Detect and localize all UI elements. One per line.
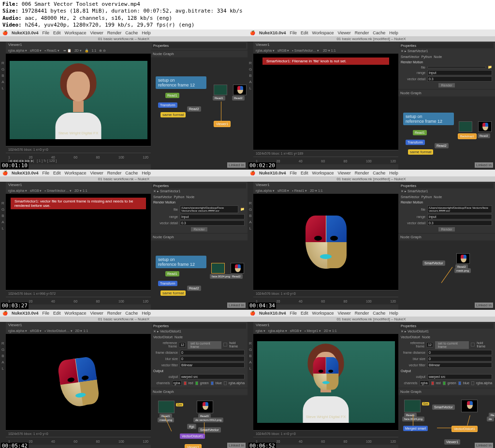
viewer-area[interactable]: SmartVector1: vector file for current fr…	[6, 194, 151, 290]
node-merge[interactable]: Merged smart	[403, 426, 428, 431]
mask-overlay	[313, 357, 339, 390]
node-sm-badge: Sm	[176, 403, 183, 406]
node-graph[interactable]: setup onreference frame 12 Read1 Transfo…	[151, 241, 248, 310]
render-button[interactable]: Render	[191, 227, 208, 231]
node-graph[interactable]: Sm Read1 face.0024.png SmartVector Re de…	[398, 396, 495, 448]
channel-sidebar[interactable]: RGBAL	[0, 42, 6, 170]
linkedin-badge: Linked in	[227, 162, 246, 168]
menubar[interactable]: 🍎NukeX10.0v4 FileEditWorkspaceViewerRend…	[248, 29, 495, 36]
node-vectordistort[interactable]: VectorDistort1	[180, 434, 205, 439]
viewer-controls[interactable]: rgba.alpha ▾ sRGB ▾ • SmartVector… ▾ 2D …	[253, 48, 398, 54]
viewer-info: 1024x576 bbox: 1 x=401 y=189	[253, 150, 398, 157]
node-graph[interactable]: setup onreference frame 12 Read1 Transfo…	[151, 58, 248, 170]
sticky-same-format: same format	[160, 112, 186, 117]
frame-2: 🍎NukeX10.0v4 FileEditWorkspaceViewerRend…	[248, 29, 495, 170]
frame-5: 🍎NukeX10.0v4FileEditWorkspaceViewerRende…	[0, 310, 248, 448]
node-vectordistort[interactable]: VectorDistort1	[451, 426, 478, 432]
properties-panel[interactable]: Properties ✕ ▸ VectorDistort1 VectorDist…	[151, 322, 248, 388]
properties-panel: Properties	[151, 42, 248, 50]
node-smartvector[interactable]: SmartVector	[422, 260, 445, 266]
properties-panel[interactable]: Properties ✕ ▸ SmartVector1 SmartVector …	[151, 182, 248, 233]
backdrop-node[interactable]: Backdrop1	[458, 133, 477, 139]
node-label: Read2	[232, 96, 245, 101]
viewer-area[interactable]: SmartVector1: Filename in 'file' knob is…	[253, 54, 398, 150]
frame-4: 🍎NukeX10.0v4FileEditWorkspaceViewerRende…	[248, 170, 495, 310]
thumbnail-grid: 🍎NukeX10.0v4 FileEditWorkspaceViewerRend…	[0, 29, 495, 448]
window-title: 01 basic workflow.nk [modified] – NukeX	[248, 36, 495, 42]
node-viewer[interactable]: Read2	[187, 106, 201, 112]
file-metadata: File: 006 Smart Vector Toolset overview.…	[0, 0, 495, 29]
viewer-area[interactable]: Steve Wright Digital FX	[6, 54, 151, 146]
detail-input[interactable]: 0.3	[427, 76, 492, 82]
error-banner: SmartVector1: vector file for current fr…	[11, 198, 146, 209]
timestamp: 00:01:10	[1, 162, 29, 169]
sticky-note: setup onreference frame 12	[156, 76, 206, 89]
viewer-tab[interactable]: Viewer1	[253, 42, 398, 48]
nodegraph-title[interactable]: Node Graph	[151, 51, 248, 57]
error-banner: SmartVector1: Filename in 'file' knob is…	[262, 58, 389, 65]
frame-1: 🍎NukeX10.0v4 FileEditWorkspaceViewerRend…	[0, 29, 248, 170]
timestamp: 00:02:20	[248, 162, 276, 169]
node-graph[interactable]: SmartVector Read2 mask.png	[398, 241, 495, 310]
node-thumb-face[interactable]	[214, 85, 227, 95]
sticky-note: setup onreference frame 12	[403, 113, 454, 125]
frame-6: 🍎NukeX10.0v4FileEditWorkspaceViewerRende…	[248, 310, 495, 448]
render-button[interactable]: Render	[438, 83, 455, 87]
viewer-info: 1024x576 bbox: 1 x=0 y=0	[6, 146, 151, 153]
set-current-button[interactable]: set to current frame	[188, 341, 221, 349]
file-input[interactable]	[427, 66, 486, 68]
node-viewer1[interactable]: Viewer1	[185, 444, 202, 448]
gc-label: #gc	[187, 424, 196, 429]
mask-image	[57, 356, 100, 408]
node-transform[interactable]: Transform	[158, 102, 177, 108]
props-title: Properties	[152, 43, 246, 48]
file-input[interactable]: /Users/stevewright/Desktop/Face Vectors/…	[180, 205, 238, 213]
viewer-area[interactable]: Steve Wright Digital FX	[253, 334, 398, 430]
menubar[interactable]: 🍎NukeX10.0v4 FileEditWorkspaceViewerRend…	[0, 29, 248, 36]
viewer-area[interactable]	[253, 194, 398, 290]
mask-image	[306, 216, 347, 269]
node-viewer1[interactable]: Viewer1	[214, 121, 231, 127]
watermark: Steve Wright Digital FX	[58, 131, 99, 135]
node-smartvector[interactable]: SmartVector	[198, 427, 221, 433]
viewer-controls[interactable]: rgba.alpha ▾ sRGB ▾ • Read1 ▾ ⬌ 📋 2D ▾ 🔒…	[6, 48, 151, 54]
node-graph[interactable]: Sm Read1 mask.png Read3 de vectors.0012.…	[151, 396, 248, 448]
node-label: Read1	[213, 96, 225, 101]
viewer-area[interactable]	[6, 334, 151, 430]
node-smartvector[interactable]: SmartVector	[432, 405, 455, 410]
node-read1[interactable]: Read1	[165, 93, 179, 98]
node-thumb-mask[interactable]	[233, 85, 247, 95]
frame-3: 🍎NukeX10.0v4FileEditWorkspaceViewerRende…	[0, 170, 248, 310]
properties-panel[interactable]: Properties ✕ ▸ SmartVector1 SmartVector …	[398, 42, 495, 89]
viewer-tab[interactable]: Viewer1	[6, 42, 151, 48]
window-title: 01 basic workflow.nk – NukeX	[0, 36, 248, 42]
node-viewer1[interactable]: Viewer1	[444, 439, 460, 445]
range-select[interactable]: Input	[427, 70, 492, 75]
node-graph[interactable]: setup onreference frame 12 Read1 Transfo…	[398, 97, 495, 170]
person-image	[47, 61, 110, 139]
